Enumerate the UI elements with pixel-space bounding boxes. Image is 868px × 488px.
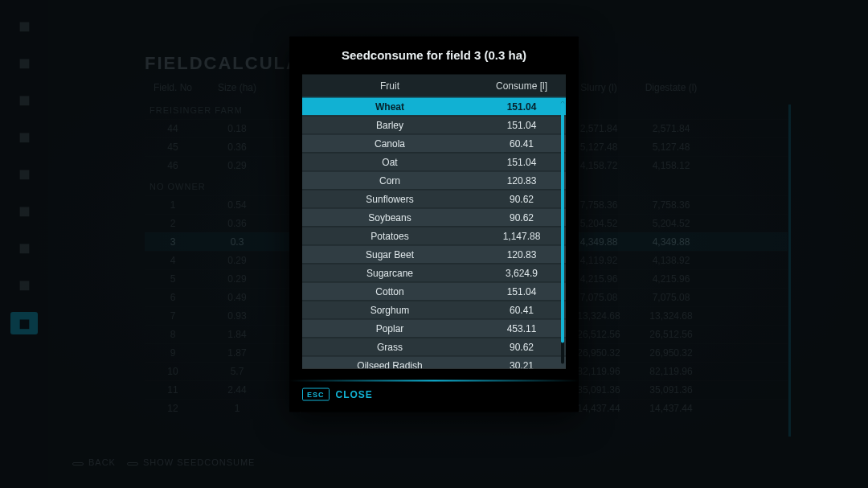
- col-fruit: Fruit: [302, 80, 477, 92]
- close-button[interactable]: ESC CLOSE: [289, 388, 579, 412]
- consume-value: 453.11: [477, 323, 566, 334]
- list-item[interactable]: Corn120.83: [302, 171, 566, 190]
- fruit-name: Soybeans: [302, 212, 477, 223]
- fruit-name: Oat: [302, 157, 477, 168]
- list-item[interactable]: Soybeans90.62: [302, 208, 566, 227]
- fruit-name: Sunflowers: [302, 194, 477, 205]
- fruit-name: Oilseed Radish: [302, 360, 477, 369]
- consume-value: 151.04: [477, 120, 566, 131]
- consume-value: 151.04: [477, 101, 566, 113]
- fruit-name: Sugar Beet: [302, 249, 477, 260]
- list-item[interactable]: Canola60.41: [302, 134, 566, 153]
- seedconsume-modal: Seedconsume for field 3 (0.3 ha) Fruit C…: [289, 37, 579, 412]
- fruit-name: Wheat: [302, 101, 477, 113]
- list-item[interactable]: Oilseed Radish30.21: [302, 356, 566, 369]
- fruit-name: Corn: [302, 175, 477, 187]
- consume-value: 30.21: [477, 360, 566, 369]
- scrollbar-thumb[interactable]: [561, 102, 564, 343]
- list-item[interactable]: Wheat151.04: [302, 97, 566, 116]
- consume-value: 60.41: [477, 138, 566, 150]
- list-item[interactable]: Sugar Beet120.83: [302, 245, 566, 264]
- list-item[interactable]: Cotton151.04: [302, 282, 566, 301]
- modal-body: Fruit Consume [l] Wheat151.04Barley151.0…: [302, 75, 566, 369]
- fruit-name: Poplar: [302, 323, 477, 334]
- col-consume: Consume [l]: [477, 80, 566, 92]
- fruit-name: Barley: [302, 120, 477, 131]
- list-item[interactable]: Sugarcane3,624.9: [302, 264, 566, 282]
- list-item[interactable]: Sunflowers90.62: [302, 190, 566, 208]
- list-item[interactable]: Barley151.04: [302, 116, 566, 134]
- fruit-name: Grass: [302, 342, 477, 353]
- list-item[interactable]: Grass90.62: [302, 338, 566, 356]
- modal-table-header: Fruit Consume [l]: [302, 75, 566, 97]
- fruit-name: Sorghum: [302, 305, 477, 316]
- consume-value: 1,147.88: [477, 231, 566, 242]
- fruit-name: Sugarcane: [302, 268, 477, 279]
- consume-value: 120.83: [477, 175, 566, 187]
- esc-key-icon: ESC: [302, 388, 330, 401]
- consume-value: 90.62: [477, 342, 566, 353]
- modal-rows[interactable]: Wheat151.04Barley151.04Canola60.41Oat151…: [302, 97, 566, 369]
- list-item[interactable]: Poplar453.11: [302, 319, 566, 338]
- consume-value: 151.04: [477, 157, 566, 168]
- close-label: CLOSE: [336, 389, 373, 400]
- fruit-name: Cotton: [302, 286, 477, 297]
- fruit-name: Canola: [302, 138, 477, 150]
- list-item[interactable]: Sorghum60.41: [302, 301, 566, 319]
- modal-title: Seedconsume for field 3 (0.3 ha): [289, 37, 579, 70]
- fruit-name: Potatoes: [302, 231, 477, 242]
- consume-value: 90.62: [477, 212, 566, 223]
- consume-value: 3,624.9: [477, 268, 566, 279]
- consume-value: 90.62: [477, 194, 566, 205]
- consume-value: 151.04: [477, 286, 566, 297]
- list-item[interactable]: Oat151.04: [302, 153, 566, 171]
- consume-value: 60.41: [477, 305, 566, 316]
- modal-scrollbar[interactable]: [561, 102, 564, 364]
- list-item[interactable]: Potatoes1,147.88: [302, 227, 566, 245]
- divider: [289, 380, 579, 382]
- consume-value: 120.83: [477, 249, 566, 260]
